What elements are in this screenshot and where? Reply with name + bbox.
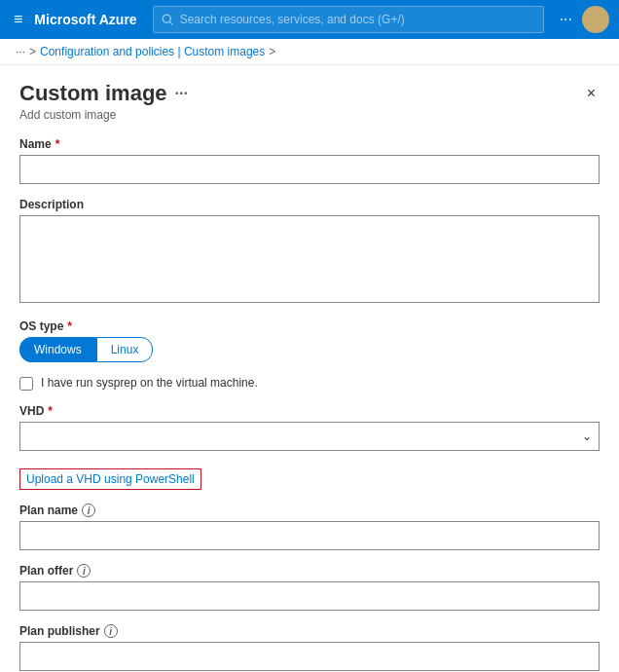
name-label: Name * <box>19 137 600 151</box>
sysprep-checkbox[interactable] <box>19 377 33 391</box>
search-bar[interactable] <box>153 6 544 33</box>
svg-line-1 <box>169 21 172 24</box>
vhd-select-wrapper: ⌄ <box>19 422 600 451</box>
plan-offer-input[interactable] <box>19 581 600 611</box>
page-title-dots[interactable]: ··· <box>175 85 188 102</box>
plan-name-input[interactable] <box>19 521 600 550</box>
description-field-group: Description <box>19 198 600 306</box>
page-title-row: Custom image ··· × <box>19 81 600 106</box>
plan-offer-label: Plan offer i <box>19 564 600 578</box>
page-title-text: Custom image <box>19 81 167 106</box>
search-icon <box>162 14 174 26</box>
top-navigation: ≡ Microsoft Azure ··· <box>0 0 619 39</box>
name-input[interactable] <box>19 155 600 184</box>
vhd-required-marker: * <box>48 404 53 418</box>
hamburger-menu-icon[interactable]: ≡ <box>10 7 26 32</box>
sysprep-checkbox-row: I have run sysprep on the virtual machin… <box>19 376 600 391</box>
upload-vhd-link[interactable]: Upload a VHD using PowerShell <box>19 468 201 490</box>
plan-publisher-label: Plan publisher i <box>19 624 600 638</box>
plan-name-group: Plan name i <box>19 504 600 550</box>
description-textarea[interactable] <box>19 215 600 303</box>
avatar[interactable] <box>582 6 609 33</box>
close-button[interactable]: × <box>583 81 600 106</box>
svg-point-0 <box>163 15 170 22</box>
page-subtitle: Add custom image <box>19 108 600 122</box>
breadcrumb: ··· > Configuration and policies | Custo… <box>0 39 619 65</box>
os-type-group: OS type * Windows Linux <box>19 319 600 362</box>
os-linux-button[interactable]: Linux <box>96 337 154 362</box>
description-label: Description <box>19 198 600 211</box>
os-type-required-marker: * <box>67 319 72 333</box>
main-content: Custom image ··· × Add custom image Name… <box>0 65 619 672</box>
nav-right-icons: ··· <box>560 6 609 33</box>
azure-logo: Microsoft Azure <box>34 12 136 27</box>
os-type-toggle: Windows Linux <box>19 337 600 362</box>
plan-offer-group: Plan offer i <box>19 564 600 611</box>
breadcrumb-sep2: > <box>269 45 275 58</box>
plan-publisher-input[interactable] <box>19 642 600 671</box>
plan-name-label: Plan name i <box>19 504 600 517</box>
name-field-group: Name * <box>19 137 600 184</box>
breadcrumb-sep1: > <box>29 45 36 58</box>
os-windows-button[interactable]: Windows <box>19 337 96 362</box>
sysprep-label: I have run sysprep on the virtual machin… <box>41 376 258 390</box>
plan-publisher-info-icon[interactable]: i <box>104 624 118 638</box>
vhd-label: VHD * <box>19 404 600 418</box>
vhd-select[interactable] <box>19 422 600 451</box>
page-title: Custom image ··· <box>19 81 188 106</box>
ellipsis-icon[interactable]: ··· <box>560 11 572 28</box>
vhd-field-group: VHD * ⌄ <box>19 404 600 451</box>
os-type-label: OS type * <box>19 319 600 333</box>
plan-publisher-group: Plan publisher i <box>19 624 600 671</box>
breadcrumb-dots[interactable]: ··· <box>16 45 25 58</box>
search-input[interactable] <box>180 13 535 26</box>
name-required-marker: * <box>55 137 60 151</box>
breadcrumb-crumb1[interactable]: Configuration and policies | Custom imag… <box>40 45 265 58</box>
plan-offer-info-icon[interactable]: i <box>77 564 91 578</box>
plan-name-info-icon[interactable]: i <box>82 504 95 517</box>
